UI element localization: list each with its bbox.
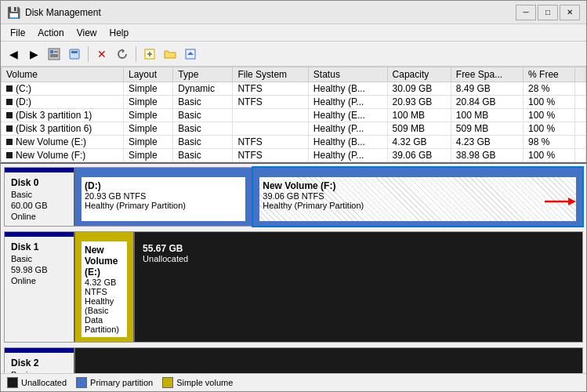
part-status-0-0: Healthy (Primary Partition) bbox=[85, 201, 242, 210]
table-cell-3-3 bbox=[233, 122, 308, 136]
svg-rect-5 bbox=[70, 49, 79, 59]
properties-button[interactable] bbox=[45, 45, 63, 64]
part-size-1-1: Unallocated bbox=[143, 254, 574, 263]
col-type[interactable]: Type bbox=[173, 67, 233, 82]
table-cell-4-0: New Volume (E:) bbox=[2, 136, 124, 149]
disk-area: Disk 0 Basic 60.00 GB Online (D:) 20.93 … bbox=[1, 164, 586, 373]
window-icon: 💾 bbox=[7, 6, 20, 19]
window-title: Disk Management bbox=[25, 7, 101, 18]
volume-table: Volume Layout Type File System Status Ca… bbox=[1, 67, 586, 164]
content-area: Volume Layout Type File System Status Ca… bbox=[1, 67, 586, 391]
table-cell-4-3: NTFS bbox=[233, 136, 308, 149]
disk-row-2: Disk 2 Basic bbox=[4, 347, 583, 373]
disk-size-1: 59.98 GB bbox=[11, 265, 67, 274]
svg-marker-7 bbox=[122, 49, 125, 53]
forward-button[interactable]: ▶ bbox=[24, 45, 43, 64]
part-name-0-1: New Volume (F:) bbox=[263, 180, 573, 191]
toolbar-sep-1 bbox=[88, 46, 89, 62]
maximize-button[interactable]: □ bbox=[538, 5, 558, 20]
col-volume[interactable]: Volume bbox=[2, 67, 124, 82]
disk-button[interactable] bbox=[65, 45, 84, 64]
delete-button[interactable]: ✕ bbox=[92, 45, 111, 64]
disk-partitions-0: (D:) 20.93 GB NTFS Healthy (Primary Part… bbox=[75, 168, 582, 226]
part-size-1-0: 4.32 GB NTFS bbox=[85, 278, 124, 296]
table-cell-4-2: Basic bbox=[173, 136, 233, 149]
toolbar-sep-2 bbox=[136, 46, 136, 62]
table-cell-2-5: 100 MB bbox=[387, 109, 451, 122]
partition-2-0[interactable] bbox=[75, 348, 582, 373]
part-name-1-0: New Volume (E:) bbox=[85, 245, 124, 278]
table-cell-4-7: 98 % bbox=[524, 136, 575, 149]
refresh-button[interactable] bbox=[113, 45, 132, 64]
folder-button[interactable] bbox=[161, 45, 179, 64]
disk-name-2: Disk 2 bbox=[11, 358, 67, 368]
col-freespace[interactable]: Free Spa... bbox=[451, 67, 523, 82]
part-status-0-1: Healthy (Primary Partition) bbox=[263, 201, 573, 210]
import-icon bbox=[184, 48, 197, 60]
table-row[interactable]: New Volume (F:)SimpleBasicNTFSHealthy (P… bbox=[2, 149, 586, 162]
table-row[interactable]: (D:)SimpleBasicNTFSHealthy (P...20.93 GB… bbox=[2, 96, 586, 109]
partition-inner-2-0 bbox=[80, 356, 578, 362]
table-row[interactable]: (Disk 3 partition 1)SimpleBasicHealthy (… bbox=[2, 109, 586, 122]
disk-size-0: 60.00 GB bbox=[11, 201, 67, 210]
menu-file[interactable]: File bbox=[4, 26, 31, 40]
table-cell-0-2: Dynamic bbox=[173, 82, 233, 96]
partition-inner-0-1: New Volume (F:) 39.06 GB NTFS Healthy (P… bbox=[259, 177, 576, 221]
disk-info-0: Disk 0 Basic 60.00 GB Online bbox=[5, 168, 75, 226]
table-row[interactable]: New Volume (E:)SimpleBasicNTFSHealthy (B… bbox=[2, 136, 586, 149]
menu-help[interactable]: Help bbox=[103, 26, 136, 40]
menu-action[interactable]: Action bbox=[31, 26, 70, 40]
disk-status-1: Online bbox=[11, 276, 67, 285]
col-status[interactable]: Status bbox=[308, 67, 387, 82]
menu-view[interactable]: View bbox=[71, 26, 103, 40]
scroll-spacer bbox=[575, 109, 586, 122]
table-cell-0-6: 8.49 GB bbox=[451, 82, 523, 96]
table-row[interactable]: (Disk 3 partition 6)SimpleBasicHealthy (… bbox=[2, 122, 586, 136]
disk-name-1: Disk 1 bbox=[11, 241, 67, 252]
partition-0-1[interactable]: New Volume (F:) 39.06 GB NTFS Healthy (P… bbox=[253, 168, 582, 226]
col-capacity[interactable]: Capacity bbox=[387, 67, 451, 82]
partition-1-0[interactable]: New Volume (E:) 4.32 GB NTFS Healthy (Ba… bbox=[75, 232, 135, 342]
table-cell-2-0: (Disk 3 partition 1) bbox=[2, 109, 124, 122]
partition-1-1[interactable]: 55.67 GB Unallocated bbox=[135, 232, 582, 342]
partition-inner-0-0: (D:) 20.93 GB NTFS Healthy (Primary Part… bbox=[82, 177, 245, 221]
table-cell-2-7: 100 % bbox=[524, 109, 575, 122]
properties-icon bbox=[48, 48, 60, 60]
partition-0-0[interactable]: (D:) 20.93 GB NTFS Healthy (Primary Part… bbox=[75, 168, 253, 226]
table-cell-3-1: Simple bbox=[123, 122, 172, 136]
back-button[interactable]: ◀ bbox=[4, 45, 23, 64]
scroll-spacer bbox=[575, 122, 586, 136]
minimize-button[interactable]: ─ bbox=[516, 5, 536, 20]
table-cell-3-2: Basic bbox=[173, 122, 233, 136]
table-cell-2-6: 100 MB bbox=[451, 109, 523, 122]
table-cell-5-6: 38.98 GB bbox=[451, 149, 523, 162]
table-cell-1-4: Healthy (P... bbox=[308, 96, 387, 109]
table-row[interactable]: (C:)SimpleDynamicNTFSHealthy (B...30.09 … bbox=[2, 82, 586, 96]
close-button[interactable]: ✕ bbox=[560, 5, 580, 20]
partition-inner-1-1: 55.67 GB Unallocated bbox=[140, 240, 578, 267]
table-cell-1-1: Simple bbox=[123, 96, 172, 109]
legend-unallocated: Unallocated bbox=[7, 377, 67, 388]
table-cell-4-6: 4.23 GB bbox=[451, 136, 523, 149]
part-size-0-1: 39.06 GB NTFS bbox=[263, 191, 573, 201]
menu-bar: File Action View Help bbox=[1, 24, 586, 42]
scroll-spacer bbox=[575, 149, 586, 162]
new-button[interactable] bbox=[140, 45, 159, 64]
disk-header-bar-2 bbox=[5, 348, 74, 353]
table-cell-5-2: Basic bbox=[173, 149, 233, 162]
disk-name-0: Disk 0 bbox=[11, 177, 67, 188]
table-cell-4-1: Simple bbox=[123, 136, 172, 149]
col-layout[interactable]: Layout bbox=[123, 67, 172, 82]
table-cell-5-7: 100 % bbox=[524, 149, 575, 162]
volumes-list: Volume Layout Type File System Status Ca… bbox=[1, 67, 586, 162]
table-cell-1-2: Basic bbox=[173, 96, 233, 109]
col-percentfree[interactable]: % Free bbox=[524, 67, 575, 82]
col-scroll bbox=[575, 67, 586, 82]
table-cell-0-1: Simple bbox=[123, 82, 172, 96]
table-cell-3-5: 509 MB bbox=[387, 122, 451, 136]
disk-info-1: Disk 1 Basic 59.98 GB Online bbox=[5, 232, 75, 342]
col-filesystem[interactable]: File System bbox=[233, 67, 308, 82]
disk-partitions-1: New Volume (E:) 4.32 GB NTFS Healthy (Ba… bbox=[75, 232, 582, 342]
import-button[interactable] bbox=[181, 45, 200, 64]
table-cell-1-6: 20.84 GB bbox=[451, 96, 523, 109]
